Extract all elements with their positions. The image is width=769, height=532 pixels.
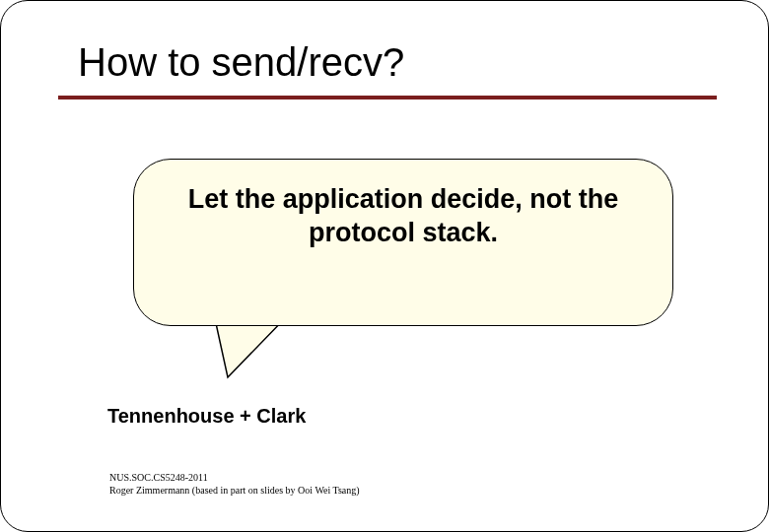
speech-bubble-tail-mask — [212, 311, 289, 323]
footer-line-2: Roger Zimmermann (based in part on slide… — [109, 485, 360, 498]
footer-line-1: NUS.SOC.CS5248-2011 — [109, 472, 360, 485]
attribution-text: Tennenhouse + Clark — [107, 405, 306, 428]
slide-container: How to send/recv? Let the application de… — [0, 0, 769, 532]
slide-footer: NUS.SOC.CS5248-2011 Roger Zimmermann (ba… — [109, 472, 360, 497]
speech-bubble: Let the application decide, not the prot… — [133, 159, 673, 326]
slide-title: How to send/recv? — [78, 40, 404, 85]
speech-bubble-body: Let the application decide, not the prot… — [133, 159, 673, 326]
speech-bubble-text: Let the application decide, not the prot… — [160, 183, 647, 250]
title-divider — [58, 96, 717, 100]
